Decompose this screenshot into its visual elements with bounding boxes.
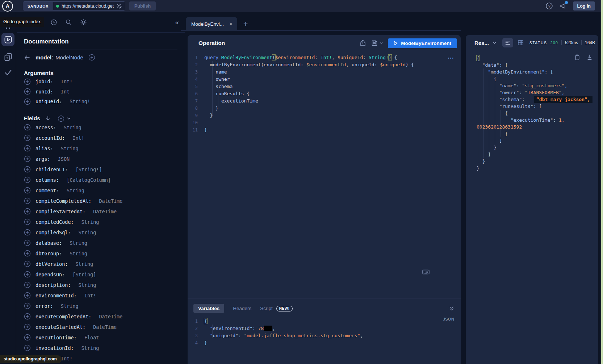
add-field-icon[interactable]: [24, 197, 31, 204]
checklist-nav-item[interactable]: [4, 68, 12, 76]
add-field-icon[interactable]: [24, 239, 31, 246]
field-type[interactable]: String: [81, 219, 99, 225]
field-type[interactable]: JSON: [58, 156, 70, 162]
back-arrow-icon[interactable]: [24, 54, 30, 61]
apollo-logo[interactable]: A: [2, 1, 13, 12]
code-line[interactable]: 1query ModelByEnvironment($environmentId…: [188, 54, 461, 61]
field-type[interactable]: String: [70, 251, 87, 256]
code-line[interactable]: 7 executionTime: [188, 97, 461, 105]
argument-type[interactable]: String!: [70, 99, 90, 104]
sandbox-badge[interactable]: SANDBOX: [23, 2, 53, 10]
add-field-icon[interactable]: [24, 229, 31, 236]
add-field-icon[interactable]: [24, 250, 31, 257]
field-type[interactable]: DateTime: [99, 314, 122, 319]
share-icon[interactable]: [360, 40, 366, 46]
code-line[interactable]: 10: [188, 119, 461, 126]
help-icon[interactable]: ?: [545, 2, 553, 10]
field-type[interactable]: Int!: [72, 135, 84, 141]
save-options-chevron-icon[interactable]: [380, 42, 383, 44]
save-icon[interactable]: [371, 40, 378, 46]
settings-gear-icon[interactable]: [80, 19, 87, 26]
tab-variables[interactable]: Variables: [193, 304, 224, 313]
field-type[interactable]: [CatalogColumn]: [67, 177, 111, 183]
tab-modelbyenvironment[interactable]: ModelByEnvi... ✕: [186, 17, 237, 31]
field-type[interactable]: Int!: [84, 293, 96, 298]
doc-type-name[interactable]: ModelNode: [55, 54, 83, 60]
fields-options-chevron-icon[interactable]: [67, 117, 71, 120]
add-field-icon[interactable]: [24, 218, 31, 225]
login-button[interactable]: Log in: [573, 1, 595, 11]
tree-view-toggle[interactable]: [502, 38, 513, 47]
keyboard-shortcuts-icon[interactable]: [422, 268, 430, 276]
code-line[interactable]: 2 modelByEnvironment(environmentId: $env…: [188, 61, 461, 68]
add-field-icon[interactable]: [24, 344, 31, 351]
add-field-icon[interactable]: [24, 145, 31, 152]
add-field-icon[interactable]: [24, 124, 31, 131]
search-icon[interactable]: [65, 19, 72, 26]
collapse-panel-icon[interactable]: «: [175, 19, 179, 26]
copy-response-icon[interactable]: [574, 54, 580, 60]
collapse-variables-icon[interactable]: [449, 306, 454, 311]
field-type[interactable]: String: [79, 282, 96, 288]
code-line[interactable]: 3 "uniqueId": "model.jaffle_shop_metrics…: [188, 332, 461, 339]
tab-headers[interactable]: Headers: [233, 306, 251, 311]
tab-script[interactable]: Script: [260, 306, 273, 311]
code-line[interactable]: 9 }: [188, 112, 461, 119]
code-line[interactable]: 8 }: [188, 105, 461, 112]
close-tab-icon[interactable]: ✕: [229, 21, 233, 27]
download-response-icon[interactable]: [587, 54, 592, 60]
field-type[interactable]: [String]: [72, 272, 96, 277]
argument-type[interactable]: Int: [61, 89, 70, 95]
history-icon[interactable]: [50, 19, 57, 26]
add-field-icon[interactable]: [24, 208, 31, 215]
endpoint-url-field[interactable]: https://metadata.cloud.get: [53, 2, 125, 10]
add-argument-icon[interactable]: [24, 98, 31, 105]
argument-type[interactable]: Int!: [61, 79, 73, 84]
schema-nav-item[interactable]: [4, 53, 13, 62]
code-line[interactable]: 5 schema: [188, 83, 461, 90]
add-field-icon[interactable]: [24, 313, 31, 320]
add-field-icon[interactable]: [24, 187, 31, 194]
field-type[interactable]: String: [64, 125, 81, 130]
field-type[interactable]: String: [75, 261, 93, 267]
explorer-nav-item[interactable]: [1, 33, 14, 46]
field-type[interactable]: DateTime: [93, 324, 117, 330]
field-type[interactable]: String: [81, 345, 99, 351]
publish-button[interactable]: Publish: [129, 1, 156, 11]
table-view-toggle[interactable]: [518, 40, 524, 46]
sort-fields-icon[interactable]: [45, 116, 51, 121]
code-line[interactable]: 1{: [188, 318, 461, 325]
field-type[interactable]: String: [79, 230, 96, 235]
add-field-icon[interactable]: [24, 134, 31, 141]
field-type[interactable]: String: [61, 303, 79, 309]
add-type-icon[interactable]: [88, 54, 95, 61]
field-type[interactable]: DateTime: [99, 198, 122, 204]
field-type[interactable]: String: [61, 146, 79, 151]
add-field-icon[interactable]: [24, 166, 31, 173]
add-field-icon[interactable]: [24, 281, 31, 288]
field-type[interactable]: Float: [84, 335, 99, 340]
add-field-icon[interactable]: [24, 334, 31, 341]
add-argument-icon[interactable]: [24, 88, 31, 95]
add-field-icon[interactable]: [24, 271, 31, 278]
add-tab-button[interactable]: +: [243, 20, 248, 28]
add-argument-icon[interactable]: [24, 78, 31, 85]
response-dropdown-chevron-icon[interactable]: [493, 41, 497, 44]
announcements-megaphone-icon[interactable]: [559, 2, 567, 10]
endpoint-url[interactable]: https://metadata.cloud.get: [62, 4, 114, 9]
add-all-fields-icon[interactable]: [58, 115, 64, 122]
operation-editor[interactable]: ••• 1query ModelByEnvironment($environme…: [188, 51, 461, 298]
endpoint-settings-gear-icon[interactable]: [116, 3, 122, 9]
field-type[interactable]: String: [67, 188, 84, 193]
field-type[interactable]: String: [70, 240, 87, 246]
run-operation-button[interactable]: ModelByEnvironment: [388, 38, 457, 48]
field-type[interactable]: [String!]: [75, 167, 102, 172]
code-line[interactable]: 11}: [188, 126, 461, 134]
add-field-icon[interactable]: [24, 302, 31, 309]
operation-more-options[interactable]: •••: [448, 56, 454, 60]
add-field-icon[interactable]: [24, 260, 31, 267]
add-field-icon[interactable]: [24, 292, 31, 299]
add-field-icon[interactable]: [24, 155, 31, 162]
field-type[interactable]: DateTime: [93, 209, 117, 214]
code-line[interactable]: 4 owner: [188, 76, 461, 83]
